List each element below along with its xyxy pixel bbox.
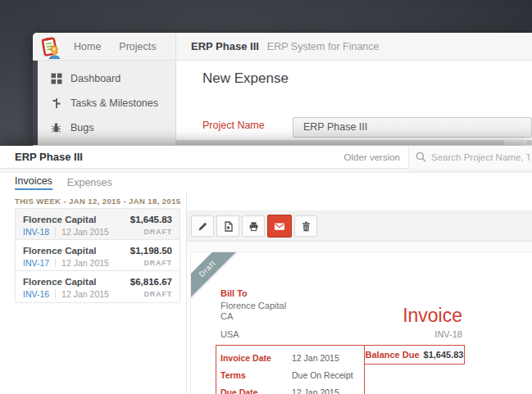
page-title: New Expense bbox=[202, 70, 289, 87]
invoice-list: Florence Capital $1,645.83 INV-18 12 Jan… bbox=[15, 208, 180, 303]
meta-row: Terms Due On Receipt bbox=[221, 370, 353, 381]
app-nav-section: Home Projects bbox=[33, 33, 176, 60]
invoice-list-item[interactable]: Florence Capital $1,198.50 INV-17 12 Jan… bbox=[16, 240, 180, 271]
edit-button[interactable] bbox=[191, 215, 214, 237]
search-input[interactable] bbox=[431, 152, 530, 162]
email-button[interactable] bbox=[267, 215, 292, 238]
divider bbox=[55, 259, 56, 267]
balance-due-amount: $1,645.83 bbox=[424, 350, 464, 360]
meta-value: 12 Jan 2015 bbox=[292, 353, 339, 364]
invoice-number-link[interactable]: INV-18 bbox=[23, 227, 49, 237]
app-top-bar: Home Projects ERP Phase III ERP System f… bbox=[33, 33, 532, 61]
project-name-label: Project Name bbox=[202, 120, 265, 131]
customer-country: USA bbox=[221, 329, 286, 340]
invoice-meta: Invoice Date 12 Jan 2015 Terms Due On Re… bbox=[221, 353, 353, 394]
meta-value: Due On Receipt bbox=[292, 370, 353, 381]
tab-invoices[interactable]: Invoices bbox=[15, 175, 52, 190]
invoice-customer: Florence Capital bbox=[23, 215, 96, 224]
status-badge: DRAFT bbox=[144, 290, 173, 298]
customer-name: Florence Capital bbox=[221, 301, 286, 311]
balance-due-box: Balance Due $1,645.83 bbox=[364, 345, 465, 365]
invoice-customer: Florence Capital bbox=[23, 246, 96, 256]
delete-button[interactable] bbox=[294, 215, 317, 237]
invoice-preview: Draft Bill To Florence Capital CA USA In… bbox=[190, 251, 532, 394]
invoice-list-item[interactable]: Florence Capital $1,645.83 INV-18 12 Jan… bbox=[16, 209, 180, 240]
panel-header: ERP Phase III Older version bbox=[0, 146, 532, 169]
tab-expenses[interactable]: Expenses bbox=[67, 177, 112, 190]
sidebar-item-dashboard[interactable]: Dashboard bbox=[38, 66, 175, 91]
email-icon bbox=[274, 221, 285, 232]
divider bbox=[55, 290, 56, 298]
projects-app-logo-icon bbox=[40, 37, 61, 59]
invoice-amount: $1,198.50 bbox=[130, 246, 172, 256]
bill-to-label: Bill To bbox=[221, 288, 286, 299]
status-badge: DRAFT bbox=[144, 259, 173, 267]
balance-due-label: Balance Due bbox=[366, 350, 420, 360]
sidebar-item-label: Tasks & Milestones bbox=[70, 97, 158, 109]
sidebar-item-partial[interactable] bbox=[38, 140, 175, 145]
nav-projects[interactable]: Projects bbox=[119, 41, 156, 52]
project-header: ERP Phase III ERP System for Finance bbox=[176, 33, 532, 60]
new-expense-form: New Expense Project Name ERP Phase III bbox=[176, 61, 532, 145]
print-button[interactable] bbox=[242, 215, 265, 237]
invoice-date: 12 Jan 2015 bbox=[61, 289, 143, 299]
nav-home[interactable]: Home bbox=[74, 41, 101, 52]
invoice-number-link[interactable]: INV-17 bbox=[23, 258, 49, 268]
meta-label: Terms bbox=[221, 370, 292, 381]
invoice-detail-pane: Draft Bill To Florence Capital CA USA In… bbox=[187, 191, 532, 394]
list-section-header: THIS WEEK - JAN 12, 2015 - JAN 18, 2015 bbox=[15, 197, 181, 206]
meta-row: Due Date 12 Jan 2015 bbox=[221, 387, 353, 394]
pdf-icon bbox=[223, 221, 234, 232]
invoice-amount: $6,816.67 bbox=[130, 277, 172, 287]
invoice-number-link[interactable]: INV-16 bbox=[23, 289, 49, 299]
invoice-doc-number: INV-18 bbox=[402, 329, 462, 339]
customer-state: CA bbox=[221, 311, 286, 322]
form-row-partial-chip bbox=[504, 140, 527, 145]
sidebar-items: Dashboard Tasks & Milestones bbox=[38, 61, 175, 145]
bill-to-block: Bill To Florence Capital CA USA bbox=[221, 288, 286, 340]
invoice-customer: Florence Capital bbox=[23, 277, 96, 287]
search-box[interactable] bbox=[408, 146, 532, 169]
sidebar-item-label: Dashboard bbox=[70, 73, 120, 84]
search-icon bbox=[416, 152, 426, 162]
sidebar-item-tasks-milestones[interactable]: Tasks & Milestones bbox=[38, 91, 175, 115]
panel-title: ERP Phase III bbox=[0, 151, 344, 163]
invoice-date: 12 Jan 2015 bbox=[61, 227, 143, 237]
meta-label: Invoice Date bbox=[221, 353, 292, 364]
project-name-select[interactable]: ERP Phase III bbox=[293, 117, 532, 138]
print-icon bbox=[248, 221, 259, 232]
app-body: Dashboard Tasks & Milestones bbox=[33, 61, 532, 145]
pane-gap bbox=[187, 242, 532, 251]
invoice-list-item[interactable]: Florence Capital $6,816.67 INV-16 12 Jan… bbox=[16, 271, 180, 302]
projects-app-window: Home Projects ERP Phase III ERP System f… bbox=[33, 33, 532, 146]
dashboard-icon bbox=[51, 73, 62, 84]
meta-label: Due Date bbox=[221, 387, 292, 394]
export-pdf-button[interactable] bbox=[216, 215, 239, 237]
screen: Home Projects ERP Phase III ERP System f… bbox=[0, 0, 532, 394]
invoice-amount: $1,645.83 bbox=[130, 215, 172, 224]
invoice-date: 12 Jan 2015 bbox=[61, 258, 143, 268]
project-title: ERP Phase III bbox=[191, 40, 259, 52]
invoice-toolbar bbox=[187, 211, 532, 242]
project-subtitle: ERP System for Finance bbox=[267, 41, 380, 52]
pencil-icon bbox=[198, 221, 208, 232]
sidebar-item-bugs[interactable]: Bugs bbox=[38, 115, 175, 140]
invoice-heading-block: Invoice INV-18 bbox=[402, 305, 462, 339]
meta-value: 12 Jan 2015 bbox=[292, 387, 339, 394]
meta-row: Invoice Date 12 Jan 2015 bbox=[221, 353, 353, 364]
status-badge: DRAFT bbox=[144, 228, 173, 236]
older-version-link[interactable]: Older version bbox=[344, 152, 400, 162]
form-row-partial bbox=[176, 140, 532, 145]
bug-icon bbox=[51, 122, 62, 134]
invoice-doc-title: Invoice bbox=[402, 305, 462, 327]
invoices-panel: ERP Phase III Older version Invoices Exp… bbox=[0, 146, 532, 394]
app-sidebar: Dashboard Tasks & Milestones bbox=[33, 61, 176, 145]
trash-icon bbox=[301, 221, 311, 232]
sidebar-item-label: Bugs bbox=[70, 122, 94, 134]
milestone-icon bbox=[51, 97, 62, 109]
tabs-bar: Invoices Expenses bbox=[0, 173, 532, 190]
divider bbox=[55, 228, 56, 236]
table-left-border bbox=[216, 345, 216, 394]
